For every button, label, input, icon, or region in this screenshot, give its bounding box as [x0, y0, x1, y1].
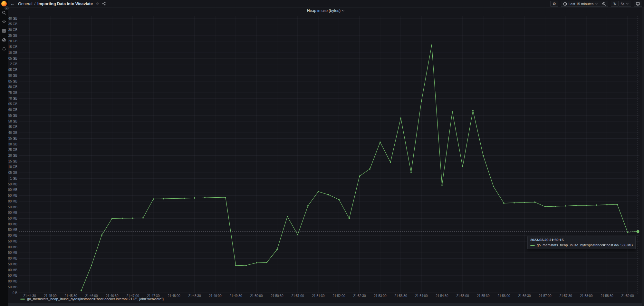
data-point [204, 197, 206, 198]
y-tick-label: 750 MB [6, 205, 18, 209]
monitor-icon [636, 2, 640, 6]
data-point [575, 205, 577, 206]
y-tick-label: 700 MB [6, 211, 18, 214]
right-scrollbar-track[interactable] [642, 8, 644, 306]
dashboard-settings-button[interactable]: ⚙ [550, 1, 558, 7]
x-tick-label: 21:56:00 [498, 294, 510, 298]
y-tick-label: 350 MB [6, 251, 18, 254]
panel-menu-caret-icon [342, 9, 345, 12]
gear-icon: ⚙ [553, 2, 556, 6]
dashboards-icon[interactable] [0, 27, 8, 35]
breadcrumb-dashboard-title: Importing Data into Weaviate [37, 2, 93, 6]
data-point [225, 197, 226, 198]
data-point [421, 101, 422, 102]
data-point [297, 234, 298, 235]
y-tick-label: 600 MB [6, 222, 18, 226]
topbar: ← General / Importing Data into Weaviate… [8, 0, 644, 8]
back-arrow-icon[interactable]: ← [10, 2, 15, 6]
magnifier-minus-icon [602, 2, 606, 6]
data-point [586, 205, 587, 206]
data-point [173, 198, 175, 199]
y-tick-label: 0 B [13, 291, 17, 295]
x-tick-label: 21:57:00 [539, 294, 552, 298]
data-point [431, 44, 432, 46]
tooltip: 2023-02-20 21:59:15 go_memstats_heap_inu… [527, 236, 636, 249]
share-icon[interactable] [102, 2, 106, 5]
breadcrumb: General / Importing Data into Weaviate [18, 2, 93, 6]
explore-compass-icon[interactable] [0, 36, 8, 44]
legend-item[interactable]: go_memstats_heap_inuse_bytes{instance="h… [20, 297, 164, 301]
x-tick-label: 21:52:30 [353, 294, 366, 298]
x-tick-label: 21:54:00 [415, 294, 428, 298]
y-tick-label: 550 MB [6, 228, 18, 232]
data-point [142, 217, 144, 219]
data-point [441, 184, 443, 186]
x-tick-label: 21:48:00 [168, 294, 180, 298]
x-tick-label: 21:49:00 [209, 294, 222, 298]
x-tick-label: 21:53:30 [395, 294, 407, 298]
refresh-interval-label: 5s [620, 2, 624, 6]
x-tick-label: 21:50:30 [271, 294, 284, 298]
starred-icon[interactable] [0, 18, 8, 25]
data-point [627, 232, 628, 233]
data-point [111, 218, 113, 219]
star-dashboard-icon[interactable]: ☆ [96, 2, 99, 6]
data-point [101, 234, 102, 236]
data-point [390, 162, 391, 163]
y-tick-label: 950 MB [6, 183, 18, 186]
data-point [359, 175, 360, 177]
y-tick-label: 650 MB [6, 217, 18, 220]
data-point [544, 206, 546, 207]
sidebar-expand-chevron[interactable]: › [5, 6, 9, 10]
data-point [369, 168, 370, 170]
y-tick-label: 850 MB [6, 194, 18, 197]
y-tick-label: 800 MB [6, 200, 18, 203]
data-point [524, 202, 525, 203]
data-point [483, 155, 484, 156]
x-tick-label: 21:48:30 [188, 294, 201, 298]
x-tick-label: 21:53:00 [374, 294, 387, 298]
tooltip-value: 536 MB [620, 243, 633, 247]
data-point [287, 216, 288, 217]
y-tick-label: 1 GB [10, 177, 17, 180]
tooltip-series-swatch [530, 245, 535, 246]
refresh-interval-picker[interactable]: 5s [619, 1, 631, 7]
heap-chart: 0 B50 MB100 MB150 MB200 MB250 MB300 MB35… [0, 0, 644, 306]
x-tick-label: 21:50:00 [250, 294, 263, 298]
data-point [338, 199, 340, 200]
data-point [194, 197, 195, 199]
crosshair-point [636, 230, 639, 233]
sidebar [0, 0, 8, 306]
x-tick-label: 21:58:00 [580, 294, 593, 298]
data-point [163, 198, 164, 200]
panel-title[interactable]: Heap in use (bytes) [307, 8, 345, 13]
y-tick-label: 250 MB [6, 262, 18, 266]
data-point [472, 110, 474, 111]
refresh-button[interactable]: ↻ [611, 1, 619, 7]
bottom-scrollbar-track[interactable] [8, 303, 644, 306]
legend-series-swatch [20, 299, 25, 300]
y-tick-label: 2 GB [10, 62, 17, 66]
data-point [153, 198, 154, 200]
data-point [318, 191, 319, 192]
breadcrumb-separator: / [34, 2, 35, 6]
tooltip-timestamp: 2023-02-20 21:59:15 [530, 238, 633, 242]
x-tick-label: 21:58:30 [601, 294, 613, 298]
y-tick-label: 200 MB [6, 268, 18, 272]
refresh-icon: ↻ [613, 2, 616, 6]
alerting-bell-icon[interactable] [0, 45, 8, 53]
grafana-logo-icon[interactable] [1, 1, 7, 6]
data-point [565, 205, 566, 207]
x-tick-label: 21:52:00 [333, 294, 345, 298]
time-range-picker[interactable]: Last 15 minutes [561, 1, 601, 7]
panel-title-text: Heap in use (bytes) [307, 8, 341, 13]
cycle-view-mode-button[interactable] [634, 1, 642, 7]
y-tick-label: 300 MB [6, 257, 18, 260]
grafana-app: 0 B50 MB100 MB150 MB200 MB250 MB300 MB35… [0, 0, 644, 306]
time-range-label: Last 15 minutes [569, 2, 594, 6]
y-tick-label: 400 MB [6, 245, 18, 249]
zoom-out-time-button[interactable] [600, 1, 608, 7]
legend-series-label: go_memstats_heap_inuse_bytes{instance="h… [27, 297, 164, 301]
data-point [534, 202, 535, 203]
breadcrumb-folder[interactable]: General [18, 2, 32, 6]
